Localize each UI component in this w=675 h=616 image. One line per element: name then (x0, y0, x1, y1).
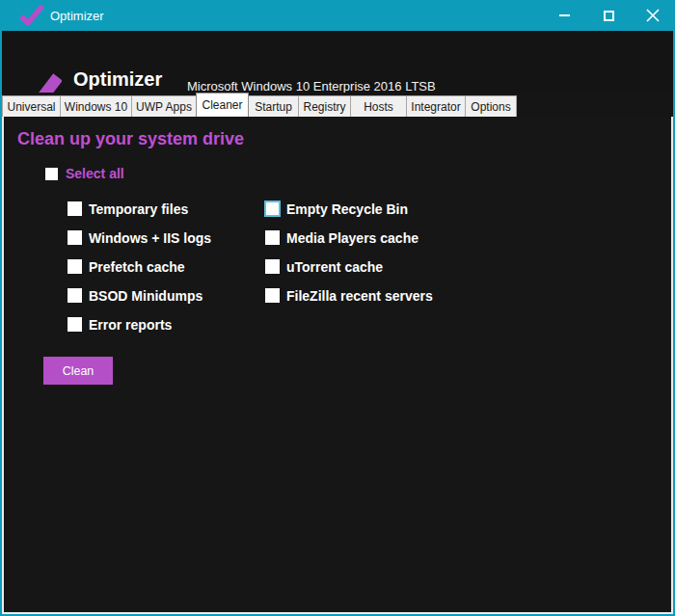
checkbox-label: uTorrent cache (286, 259, 383, 275)
cleaner-options-right-column: Empty Recycle Bin Media Players cache uT… (265, 201, 433, 303)
checkbox-unchecked-icon[interactable] (68, 230, 82, 245)
tab-universal[interactable]: Universal (2, 95, 61, 117)
checkbox-label: Error reports (89, 317, 172, 333)
checkbox-unchecked-icon[interactable] (68, 201, 82, 216)
maximize-icon (604, 11, 614, 21)
window-title: Optimizer (50, 0, 104, 31)
clean-button[interactable]: Clean (43, 357, 113, 385)
checkbox-empty-recycle-bin[interactable]: Empty Recycle Bin (265, 201, 433, 216)
checkbox-unchecked-focused-icon[interactable] (266, 202, 279, 215)
window-controls (542, 0, 675, 31)
tab-registry[interactable]: Registry (298, 95, 351, 117)
checkbox-unchecked-icon[interactable] (265, 288, 280, 303)
optimizer-window: Optimizer Optimizer Version: 3.8 Microso… (0, 0, 675, 616)
checkbox-prefetch-cache[interactable]: Prefetch cache (68, 259, 211, 274)
tab-uwp-apps[interactable]: UWP Apps (131, 95, 197, 117)
app-header: Optimizer Version: 3.8 Microsoft Windows… (2, 31, 673, 93)
checkbox-label: FileZilla recent servers (286, 288, 433, 304)
select-all-checkbox[interactable]: Select all (45, 166, 124, 181)
close-button[interactable] (631, 0, 675, 31)
title-bar[interactable]: Optimizer (0, 0, 675, 31)
checkbox-unchecked-icon[interactable] (68, 317, 82, 332)
app-name: Optimizer (73, 68, 162, 91)
checkbox-bsod-minidumps[interactable]: BSOD Minidumps (68, 288, 211, 303)
checkbox-utorrent-cache[interactable]: uTorrent cache (265, 259, 433, 274)
checkbox-label: Temporary files (89, 201, 188, 217)
checkbox-unchecked-icon[interactable] (265, 230, 280, 245)
tab-startup[interactable]: Startup (248, 95, 299, 117)
checkbox-unchecked-icon[interactable] (68, 288, 82, 303)
tab-hosts[interactable]: Hosts (350, 95, 407, 117)
minimize-icon (559, 14, 570, 16)
checkbox-temporary-files[interactable]: Temporary files (68, 201, 211, 216)
page-title: Clean up your system drive (17, 129, 244, 149)
tab-windows-10[interactable]: Windows 10 (60, 95, 132, 117)
select-all-label: Select all (66, 166, 124, 181)
checkbox-label: Prefetch cache (89, 259, 185, 275)
checkbox-unchecked-icon[interactable] (45, 168, 58, 180)
app-logo-checkmark-icon (19, 5, 44, 26)
tab-integrator[interactable]: Integrator (406, 95, 466, 117)
checkbox-windows-iis-logs[interactable]: Windows + IIS logs (68, 230, 211, 245)
minimize-button[interactable] (542, 0, 586, 31)
checkbox-label: Windows + IIS logs (89, 230, 211, 246)
os-info-line1: Microsoft Windows 10 Enterprise 2016 LTS… (187, 79, 436, 94)
checkbox-unchecked-icon[interactable] (265, 259, 280, 274)
checkbox-media-players-cache[interactable]: Media Players cache (265, 230, 433, 245)
checkbox-error-reports[interactable]: Error reports (68, 317, 211, 332)
checkbox-label: BSOD Minidumps (89, 288, 202, 304)
checkbox-label: Empty Recycle Bin (286, 201, 408, 217)
close-icon (646, 9, 660, 22)
cleaner-options-left-column: Temporary files Windows + IIS logs Prefe… (68, 201, 211, 332)
tab-bar: Universal Windows 10 UWP Apps Cleaner St… (2, 93, 673, 117)
maximize-button[interactable] (586, 0, 631, 31)
tab-options[interactable]: Options (465, 95, 517, 117)
checkbox-label: Media Players cache (286, 230, 418, 246)
checkbox-filezilla-recent-servers[interactable]: FileZilla recent servers (265, 288, 433, 303)
checkbox-unchecked-icon[interactable] (68, 259, 82, 274)
cleaner-tab-page: Clean up your system drive Select all Te… (2, 117, 673, 614)
tab-cleaner[interactable]: Cleaner (196, 93, 249, 117)
